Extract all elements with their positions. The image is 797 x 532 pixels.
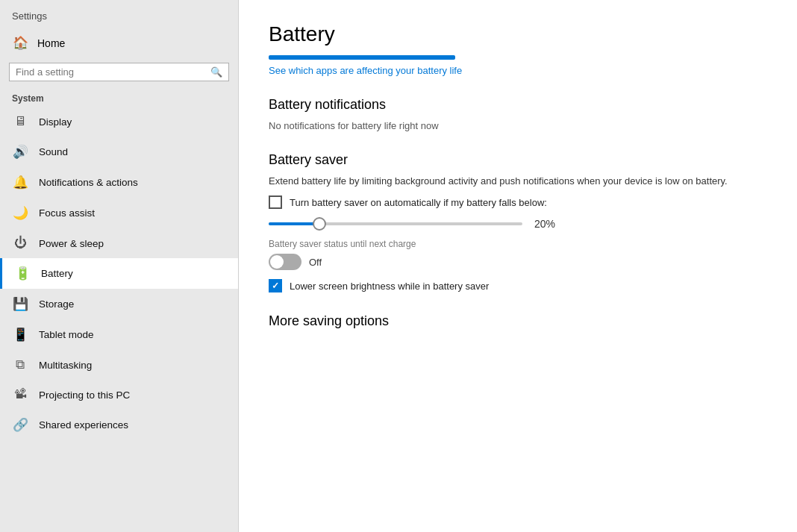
sidebar-item-label: Display [39, 116, 72, 128]
sidebar-item-label: Tablet mode [39, 329, 94, 340]
battery-saver-status-label: Battery saver status until next charge [269, 239, 767, 249]
sidebar-item-label: Storage [39, 298, 74, 310]
notifications-icon: 🔔 [12, 175, 28, 190]
battery-saver-toggle[interactable] [269, 254, 301, 270]
sidebar-item-display[interactable]: 🖥 Display [0, 107, 238, 137]
search-input[interactable] [16, 66, 206, 78]
brightness-checkbox[interactable] [269, 279, 282, 292]
sidebar-item-power[interactable]: ⏻ Power & sleep [0, 228, 238, 258]
home-label: Home [37, 37, 65, 49]
slider-thumb[interactable] [313, 217, 326, 231]
sidebar-item-battery[interactable]: 🔋 Battery [0, 258, 238, 289]
battery-bar-container: See which apps are affecting your batter… [269, 55, 767, 76]
focus-icon: 🌙 [12, 205, 28, 221]
sidebar: Settings 🏠 Home 🔍 System 🖥 Display 🔊 Sou… [0, 0, 239, 532]
shared-icon: 🔗 [12, 417, 28, 433]
brightness-checkbox-row: Lower screen brightness while in battery… [269, 279, 767, 292]
search-icon: 🔍 [210, 66, 222, 78]
toggle-knob [270, 255, 284, 269]
slider-fill [269, 222, 319, 225]
search-bar[interactable]: 🔍 [9, 63, 229, 81]
display-icon: 🖥 [12, 114, 28, 129]
battery-apps-link[interactable]: See which apps are affecting your batter… [269, 65, 462, 76]
sidebar-item-storage[interactable]: 💾 Storage [0, 289, 238, 319]
sidebar-item-label: Multitasking [39, 360, 92, 371]
sidebar-item-label: Sound [39, 146, 68, 157]
sidebar-item-multitasking[interactable]: ⧉ Multitasking [0, 350, 238, 380]
sidebar-item-projecting[interactable]: 📽 Projecting to this PC [0, 380, 238, 410]
power-icon: ⏻ [12, 236, 28, 251]
sidebar-item-notifications[interactable]: 🔔 Notifications & actions [0, 167, 238, 198]
home-icon: 🏠 [12, 35, 28, 51]
battery-saver-desc: Extend battery life by limiting backgrou… [269, 175, 767, 187]
auto-battery-saver-checkbox[interactable] [269, 195, 282, 209]
app-title: Settings [0, 0, 238, 28]
auto-battery-saver-row: Turn battery saver on automatically if m… [269, 195, 767, 209]
battery-icon: 🔋 [14, 266, 31, 281]
system-group-label: System [0, 89, 238, 107]
sound-icon: 🔊 [12, 144, 28, 160]
auto-battery-saver-label: Turn battery saver on automatically if m… [290, 197, 547, 208]
page-title: Battery [269, 22, 767, 46]
tablet-icon: 📱 [12, 327, 28, 342]
toggle-off-label: Off [309, 257, 322, 268]
sidebar-item-label: Notifications & actions [39, 177, 138, 188]
sidebar-item-shared[interactable]: 🔗 Shared experiences [0, 410, 238, 440]
battery-threshold-slider-row: 20% [269, 218, 767, 230]
sidebar-item-label: Shared experiences [39, 419, 128, 431]
battery-saver-toggle-row: Off [269, 254, 767, 270]
multitasking-icon: ⧉ [12, 357, 28, 372]
more-saving-title: More saving options [269, 313, 767, 329]
battery-progress-bar [269, 55, 455, 60]
sidebar-item-focus[interactable]: 🌙 Focus assist [0, 198, 238, 228]
battery-threshold-slider-track [269, 222, 522, 225]
sidebar-item-label: Projecting to this PC [39, 389, 130, 401]
sidebar-item-tablet[interactable]: 📱 Tablet mode [0, 319, 238, 350]
sidebar-item-sound[interactable]: 🔊 Sound [0, 137, 238, 167]
battery-notifications-title: Battery notifications [269, 97, 767, 113]
brightness-checkbox-label: Lower screen brightness while in battery… [290, 281, 489, 292]
sidebar-home-button[interactable]: 🏠 Home [0, 28, 238, 58]
battery-notifications-desc: No notifications for battery life right … [269, 120, 767, 131]
main-panel: Battery See which apps are affecting you… [239, 0, 797, 532]
sidebar-item-label: Power & sleep [39, 238, 104, 249]
sidebar-item-label: Battery [41, 268, 73, 279]
storage-icon: 💾 [12, 296, 28, 312]
projecting-icon: 📽 [12, 387, 28, 402]
battery-saver-title: Battery saver [269, 152, 767, 168]
slider-value-label: 20% [534, 218, 564, 230]
sidebar-item-label: Focus assist [39, 207, 95, 219]
